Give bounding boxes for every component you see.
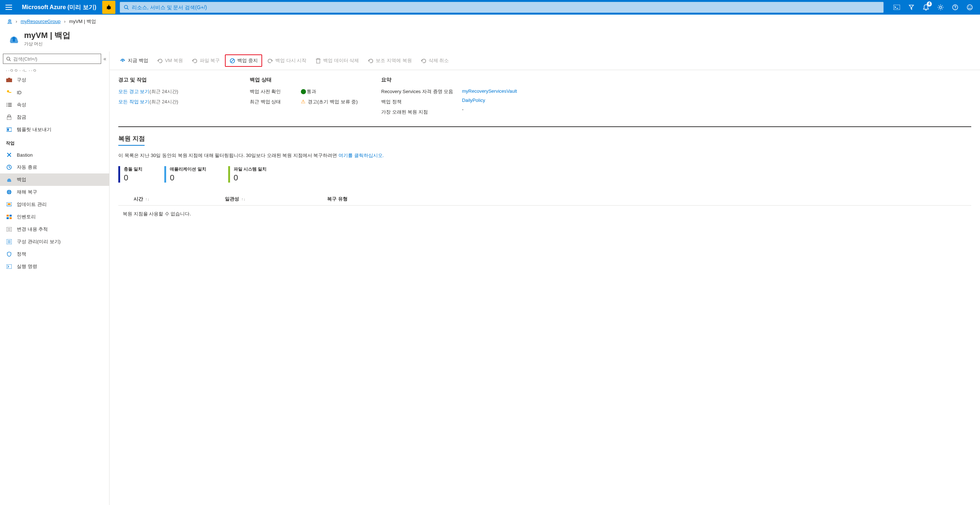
- cloud-shell-icon[interactable]: [889, 0, 904, 14]
- file-recovery-button[interactable]: 파일 복구: [188, 55, 224, 66]
- sidebar-item-backup[interactable]: 백업: [0, 174, 109, 186]
- oldest-value: -: [462, 107, 517, 112]
- undo-delete-button[interactable]: 삭제 취소: [417, 55, 453, 66]
- sidebar-truncated-item[interactable]: · ·ㅇㅇ · ·ㄴ · ·ㅇ: [0, 68, 109, 74]
- svg-line-6: [110, 7, 111, 7]
- vm-restore-button[interactable]: VM 복원: [153, 55, 186, 66]
- preview-bug-icon[interactable]: [102, 1, 115, 14]
- page-subtitle: 가상 머신: [24, 41, 70, 47]
- sidebar-item-label: 인벤토리: [17, 213, 36, 220]
- svg-rect-27: [6, 104, 7, 105]
- resume-backup-button[interactable]: 백업 다시 시작: [264, 55, 310, 66]
- page-title: myVM | 백업: [24, 30, 70, 41]
- toolbox-icon: [6, 76, 13, 83]
- sort-icon: ↑↓: [241, 197, 245, 201]
- svg-rect-50: [6, 264, 12, 269]
- breadcrumb: 홈 › myResourceGroup › myVM | 백업: [0, 14, 980, 29]
- sort-icon: ↑↓: [145, 197, 150, 201]
- sidebar-collapse[interactable]: «: [103, 56, 106, 62]
- brand-label[interactable]: Microsoft Azure (미리 보기): [18, 4, 101, 11]
- backup-now-button[interactable]: 지금 백업: [116, 55, 152, 66]
- restore-older-link[interactable]: 여기를 클릭하십시오.: [339, 153, 384, 158]
- restore-secondary-button[interactable]: 보조 지역에 복원: [364, 55, 415, 66]
- svg-point-16: [967, 5, 972, 10]
- svg-line-8: [110, 8, 111, 9]
- sidebar-item-label: 백업: [17, 176, 26, 183]
- help-icon[interactable]: [948, 0, 963, 14]
- svg-rect-2: [5, 9, 12, 10]
- vault-link[interactable]: myRecoveryServicesVault: [462, 88, 517, 94]
- svg-rect-25: [6, 103, 7, 104]
- sidebar-item-properties[interactable]: 속성: [0, 99, 109, 111]
- delete-backup-data-button[interactable]: 백업 데이터 삭제: [312, 55, 363, 66]
- svg-rect-55: [317, 58, 319, 59]
- breadcrumb-current: myVM | 백업: [69, 19, 95, 24]
- svg-rect-38: [8, 203, 11, 205]
- restore-table-empty: 복원 지점을 사용할 수 없습니다.: [118, 206, 971, 222]
- vm-resource-icon: [7, 32, 21, 45]
- sidebar-item-label: 실행 명령: [17, 263, 37, 270]
- sidebar-item-update-management[interactable]: 업데이트 관리: [0, 198, 109, 211]
- breadcrumb-group[interactable]: myResourceGroup: [21, 19, 60, 24]
- hamburger-menu[interactable]: [0, 0, 18, 14]
- notifications-icon[interactable]: 4: [919, 0, 933, 14]
- alerts-section: 경고 및 작업 모든 경고 보기 (최근 24시간) 모든 작업 보기 (최근 …: [118, 76, 228, 119]
- svg-line-20: [10, 59, 11, 61]
- all-jobs-link[interactable]: 모든 작업 보기: [118, 99, 150, 105]
- all-alerts-link[interactable]: 모든 경고 보기: [118, 88, 150, 95]
- svg-rect-53: [317, 59, 320, 63]
- svg-rect-43: [6, 227, 12, 231]
- global-search-input[interactable]: [132, 5, 880, 10]
- notification-badge: 4: [927, 2, 932, 6]
- properties-icon: [6, 102, 13, 108]
- sidebar-item-change-tracking[interactable]: 변경 내용 추적: [0, 223, 109, 236]
- precheck-label: 백업 사전 확인: [250, 88, 301, 95]
- search-icon: [124, 5, 129, 10]
- sidebar-item-configuration[interactable]: 구성: [0, 74, 109, 86]
- main-content: 지금 백업 VM 복원 파일 복구 백업 중지 백업 다시 시작 백업 데이터 …: [110, 51, 980, 505]
- topbar-actions: 4: [886, 0, 980, 14]
- restore-note: 이 목록은 지난 30일 동안의 복원 지점에 대해 필터링됩니다. 30일보다…: [118, 152, 971, 159]
- svg-rect-22: [8, 78, 10, 79]
- directory-filter-icon[interactable]: [904, 0, 919, 14]
- sidebar: « · ·ㅇㅇ · ·ㄴ · ·ㅇ 구성 ID 속성 잠금 템플릿 내: [0, 51, 110, 505]
- svg-rect-4: [108, 5, 109, 6]
- breadcrumb-home[interactable]: 홈: [7, 19, 12, 24]
- sidebar-item-auto-shutdown[interactable]: 자동 종료: [0, 161, 109, 174]
- lock-icon: [6, 114, 13, 121]
- sidebar-item-label: ID: [17, 90, 22, 95]
- global-search[interactable]: [120, 2, 884, 13]
- svg-rect-42: [10, 217, 12, 219]
- sidebar-search[interactable]: [3, 54, 101, 64]
- policy-link[interactable]: DailyPolicy: [462, 97, 517, 103]
- sidebar-item-run-command[interactable]: 실행 명령: [0, 260, 109, 273]
- stop-backup-button[interactable]: 백업 중지: [225, 54, 262, 67]
- sidebar-search-input[interactable]: [13, 56, 98, 62]
- sidebar-item-bastion[interactable]: Bastion: [0, 149, 109, 161]
- policy-icon: [6, 251, 13, 257]
- col-recovery-type[interactable]: 복구 유형: [327, 196, 967, 202]
- sidebar-item-disaster-recovery[interactable]: 재해 복구: [0, 186, 109, 198]
- svg-rect-24: [9, 92, 11, 93]
- precheck-status: 통과: [301, 88, 316, 95]
- svg-line-52: [231, 59, 234, 62]
- sidebar-item-label: 재해 복구: [17, 189, 37, 195]
- svg-line-10: [127, 8, 129, 10]
- feedback-icon[interactable]: [963, 0, 977, 14]
- sidebar-item-policies[interactable]: 정책: [0, 248, 109, 260]
- sidebar-item-config-management[interactable]: 구성 관리(미리 보기): [0, 236, 109, 248]
- topbar: Microsoft Azure (미리 보기) 4: [0, 0, 980, 14]
- last-backup-status: 경고(초기 백업 보류 중): [301, 99, 358, 105]
- svg-point-17: [968, 6, 969, 7]
- sidebar-item-label: 정책: [17, 251, 26, 257]
- col-time[interactable]: 시간↑↓: [123, 196, 225, 202]
- settings-icon[interactable]: [933, 0, 948, 14]
- restore-table-header: 시간↑↓ 일관성↑↓ 복구 유형: [118, 193, 971, 206]
- col-consistency[interactable]: 일관성↑↓: [225, 196, 327, 202]
- sidebar-item-label: 구성 관리(미리 보기): [17, 239, 60, 245]
- config-icon: [6, 239, 13, 245]
- sidebar-item-locks[interactable]: 잠금: [0, 111, 109, 123]
- sidebar-item-inventory[interactable]: 인벤토리: [0, 211, 109, 223]
- sidebar-item-export-template[interactable]: 템플릿 내보내기: [0, 123, 109, 136]
- sidebar-item-identity[interactable]: ID: [0, 86, 109, 99]
